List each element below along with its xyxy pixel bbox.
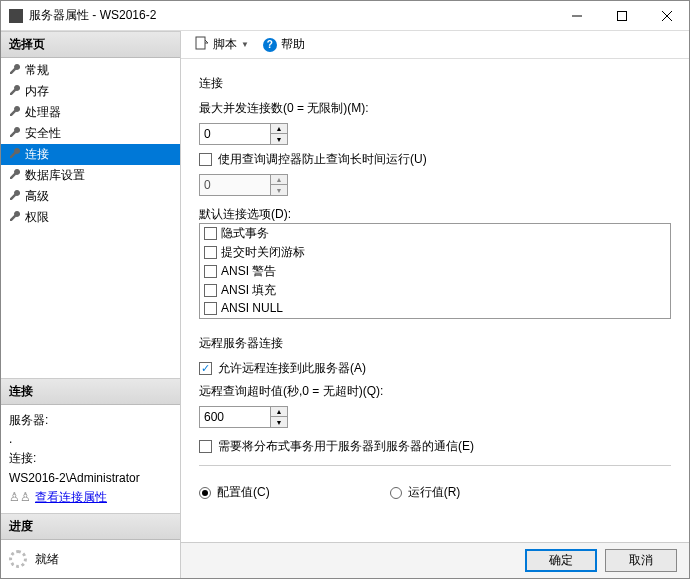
radio-icon — [390, 487, 402, 499]
maximize-button[interactable] — [599, 1, 644, 30]
server-label: 服务器: — [9, 411, 172, 430]
default-options-listbox[interactable]: 隐式事务提交时关闭游标ANSI 警告ANSI 填充ANSI NULL — [199, 223, 671, 319]
option-item[interactable]: 提交时关闭游标 — [200, 243, 670, 262]
spin-down-icon: ▼ — [271, 185, 287, 195]
sidebar-item[interactable]: 常规 — [1, 60, 180, 81]
option-checkbox[interactable] — [204, 227, 217, 240]
max-connections-label: 最大并发连接数(0 = 无限制)(M): — [199, 100, 671, 117]
content-area: 脚本 ▼ ? 帮助 连接 最大并发连接数(0 = 无限制)(M): ▲▼ 使用查… — [181, 31, 689, 578]
spin-up-icon[interactable]: ▲ — [271, 124, 287, 134]
title-bar: 服务器属性 - WS2016-2 — [1, 1, 689, 31]
toolbar: 脚本 ▼ ? 帮助 — [181, 31, 689, 59]
progress-area: 就绪 — [1, 540, 180, 578]
remote-timeout-input[interactable] — [200, 407, 270, 427]
sidebar-item[interactable]: 高级 — [1, 186, 180, 207]
view-connection-properties-link[interactable]: 查看连接属性 — [35, 490, 107, 504]
query-governor-label: 使用查询调控器防止查询长时间运行(U) — [218, 151, 427, 168]
distributed-tx-label: 需要将分布式事务用于服务器到服务器的通信(E) — [218, 438, 474, 455]
distributed-tx-checkbox[interactable] — [199, 440, 212, 453]
help-button[interactable]: ? 帮助 — [259, 34, 309, 55]
config-value-label: 配置值(C) — [217, 484, 270, 501]
help-label: 帮助 — [281, 36, 305, 53]
wrench-icon — [9, 126, 21, 141]
minimize-button[interactable] — [554, 1, 599, 30]
spin-down-icon[interactable]: ▼ — [271, 134, 287, 144]
sidebar-item-label: 权限 — [25, 209, 49, 226]
close-button[interactable] — [644, 1, 689, 30]
sidebar-item[interactable]: 权限 — [1, 207, 180, 228]
script-button[interactable]: 脚本 ▼ — [191, 34, 253, 55]
query-governor-checkbox[interactable] — [199, 153, 212, 166]
sidebar-item[interactable]: 内存 — [1, 81, 180, 102]
connection-info: 服务器: . 连接: WS2016-2\Administrator ♙♙查看连接… — [1, 405, 180, 513]
spin-down-icon[interactable]: ▼ — [271, 417, 287, 427]
dialog-footer: 确定 取消 — [181, 542, 689, 578]
option-checkbox[interactable] — [204, 265, 217, 278]
max-connections-spinner[interactable]: ▲▼ — [199, 123, 288, 145]
conn-label: 连接: — [9, 449, 172, 468]
select-page-header: 选择页 — [1, 31, 180, 58]
conn-value: WS2016-2\Administrator — [9, 469, 172, 488]
sidebar-item[interactable]: 处理器 — [1, 102, 180, 123]
config-value-radio[interactable]: 配置值(C) — [199, 484, 270, 501]
script-icon — [195, 36, 209, 53]
progress-header: 进度 — [1, 513, 180, 540]
sidebar-item-label: 数据库设置 — [25, 167, 85, 184]
sidebar-item-label: 处理器 — [25, 104, 61, 121]
option-item[interactable]: ANSI NULL — [200, 300, 670, 316]
people-icon: ♙♙ — [9, 490, 31, 504]
wrench-icon — [9, 210, 21, 225]
option-item[interactable]: 隐式事务 — [200, 224, 670, 243]
page-list: 常规内存处理器安全性连接数据库设置高级权限 — [1, 58, 180, 230]
option-checkbox[interactable] — [204, 246, 217, 259]
cancel-button[interactable]: 取消 — [605, 549, 677, 572]
spin-up-icon: ▲ — [271, 175, 287, 185]
separator — [199, 465, 671, 466]
wrench-icon — [9, 84, 21, 99]
connections-section-title: 连接 — [199, 75, 671, 92]
max-connections-input[interactable] — [200, 124, 270, 144]
wrench-icon — [9, 105, 21, 120]
option-item[interactable]: ANSI 填充 — [200, 281, 670, 300]
svg-rect-1 — [617, 11, 626, 20]
remote-timeout-label: 远程查询超时值(秒,0 = 无超时)(Q): — [199, 383, 671, 400]
progress-text: 就绪 — [35, 551, 59, 568]
wrench-icon — [9, 63, 21, 78]
sidebar-item-label: 内存 — [25, 83, 49, 100]
sidebar-item-label: 安全性 — [25, 125, 61, 142]
sidebar-item-label: 常规 — [25, 62, 49, 79]
allow-remote-checkbox[interactable] — [199, 362, 212, 375]
wrench-icon — [9, 168, 21, 183]
remote-timeout-spinner[interactable]: ▲▼ — [199, 406, 288, 428]
spin-up-icon[interactable]: ▲ — [271, 407, 287, 417]
sidebar-item[interactable]: 数据库设置 — [1, 165, 180, 186]
option-label: 隐式事务 — [221, 225, 269, 242]
option-label: 提交时关闭游标 — [221, 244, 305, 261]
governor-limit-spinner: ▲▼ — [199, 174, 288, 196]
option-checkbox[interactable] — [204, 302, 217, 315]
run-value-radio[interactable]: 运行值(R) — [390, 484, 461, 501]
option-checkbox[interactable] — [204, 284, 217, 297]
sidebar-item-label: 连接 — [25, 146, 49, 163]
ok-button[interactable]: 确定 — [525, 549, 597, 572]
sidebar-item[interactable]: 安全性 — [1, 123, 180, 144]
option-item[interactable]: ANSI 警告 — [200, 262, 670, 281]
option-label: ANSI NULL — [221, 301, 283, 315]
governor-limit-input — [200, 175, 270, 195]
connection-header: 连接 — [1, 378, 180, 405]
help-icon: ? — [263, 38, 277, 52]
wrench-icon — [9, 189, 21, 204]
default-options-label: 默认连接选项(D): — [199, 206, 671, 223]
radio-icon — [199, 487, 211, 499]
sidebar-item[interactable]: 连接 — [1, 144, 180, 165]
option-label: ANSI 填充 — [221, 282, 276, 299]
allow-remote-label: 允许远程连接到此服务器(A) — [218, 360, 366, 377]
window-title: 服务器属性 - WS2016-2 — [29, 7, 554, 24]
run-value-label: 运行值(R) — [408, 484, 461, 501]
chevron-down-icon: ▼ — [241, 40, 249, 49]
svg-rect-4 — [196, 37, 205, 49]
sidebar-item-label: 高级 — [25, 188, 49, 205]
wrench-icon — [9, 147, 21, 162]
option-label: ANSI 警告 — [221, 263, 276, 280]
app-icon — [9, 9, 23, 23]
